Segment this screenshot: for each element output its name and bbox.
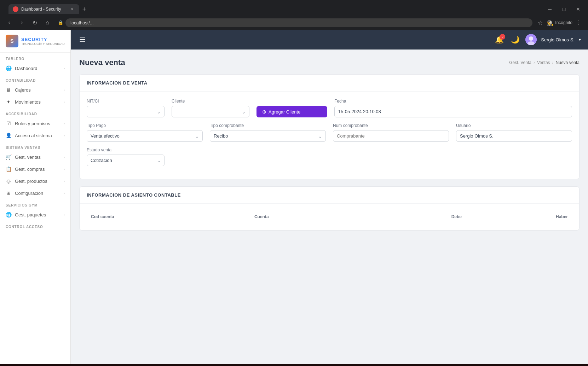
hamburger-menu-button[interactable]: ☰	[78, 34, 87, 45]
window-maximize-button[interactable]: □	[557, 4, 571, 14]
num-comprobante-input[interactable]	[333, 130, 449, 142]
theme-toggle-button[interactable]: 🌙	[509, 34, 521, 45]
sidebar-item-label: Gest. paquetes	[15, 212, 60, 217]
home-button[interactable]: ⌂	[42, 18, 52, 28]
form-row-3: Estado venta Cotizacion Confirmada Anula…	[87, 147, 572, 166]
breadcrumb-nueva-venta: Nueva venta	[556, 60, 580, 65]
asiento-table-header-row: Cod cuenta Cuenta Debe Haber	[87, 211, 572, 223]
tab-favicon	[13, 6, 18, 12]
cliente-select-wrapper	[172, 106, 249, 117]
cliente-select[interactable]	[172, 106, 249, 117]
window-close-button[interactable]: ✕	[571, 4, 585, 14]
roles-icon: ☑	[6, 121, 11, 126]
chevron-right-icon: ›	[64, 213, 65, 217]
forward-button[interactable]: ›	[17, 18, 27, 28]
breadcrumb-gest-venta: Gest. Venta	[509, 60, 531, 65]
tipo-comprobante-select-wrapper: Recibo Factura	[210, 130, 326, 142]
usuario-label: Usuario	[456, 123, 572, 128]
logo-icon: S	[6, 35, 18, 47]
sidebar-item-roles[interactable]: ☑ Roles y permisos ›	[0, 117, 70, 129]
sidebar-item-label: Configuracion	[15, 191, 60, 196]
sidebar-item-gest-ventas[interactable]: 🛒 Gest. ventas ›	[0, 151, 70, 163]
sidebar-item-label: Gest. ventas	[15, 155, 60, 160]
nit-label: NIT/CI	[87, 99, 165, 104]
notification-button[interactable]: 🔔 9	[494, 34, 505, 45]
tab-bar: Dashboard - Security × +	[6, 4, 92, 14]
logo-tagline: TECNOLOGÍA Y SEGURIDAD	[21, 42, 65, 46]
sidebar-item-configuracion[interactable]: ⊞ Configuracion ›	[0, 187, 70, 199]
tipo-pago-select-wrapper: Venta efectivo Venta crédito	[87, 130, 203, 142]
breadcrumb-sep: ›	[534, 60, 535, 65]
usuario-input[interactable]	[456, 130, 572, 142]
nit-group: NIT/CI	[87, 99, 165, 117]
chevron-right-icon: ›	[64, 134, 65, 138]
incognito-icon: 🕵	[547, 19, 554, 26]
incognito-label: 🕵 Incógnito	[547, 19, 572, 26]
tipo-pago-select[interactable]: Venta efectivo Venta crédito	[87, 130, 203, 142]
sidebar-item-dashboard[interactable]: 🌐 Dashboard ›	[0, 62, 70, 74]
browser-extras: ☆ 🕵 Incógnito ⋮	[535, 18, 584, 28]
browser-chrome: Dashboard - Security × + ─ □ ✕ ‹ › ↻ ⌂ 🔒…	[0, 0, 588, 30]
avatar	[525, 34, 537, 45]
active-tab[interactable]: Dashboard - Security ×	[8, 4, 79, 14]
logo-text: SECURITY TECNOLOGÍA Y SEGURIDAD	[21, 37, 65, 46]
estado-venta-select[interactable]: Cotizacion Confirmada Anulada	[87, 155, 165, 166]
tipo-comprobante-select[interactable]: Recibo Factura	[210, 130, 326, 142]
agregar-cliente-button[interactable]: ⊕ Agregar Cliente	[256, 106, 327, 117]
sidebar-item-gest-paquetes[interactable]: 🌐 Gest. paquetes ›	[0, 209, 70, 221]
sidebar-section-gym: SERVICIOS GYM	[0, 199, 70, 209]
asiento-table-head: Cod cuenta Cuenta Debe Haber	[87, 211, 572, 223]
tipo-pago-group: Tipo Pago Venta efectivo Venta crédito	[87, 123, 203, 142]
chevron-right-icon: ›	[64, 66, 65, 70]
tipo-comprobante-label: Tipo comprobante	[210, 123, 326, 128]
fecha-group: Fecha	[334, 99, 572, 117]
user-name: Sergio Olmos S.	[541, 37, 575, 42]
settings-icon: ⊞	[6, 190, 11, 196]
window-minimize-button[interactable]: ─	[543, 4, 557, 14]
cliente-group: Cliente	[172, 99, 249, 117]
new-tab-button[interactable]: +	[79, 4, 89, 14]
bookmark-button[interactable]: ☆	[535, 18, 545, 28]
browser-addressbar: ‹ › ↻ ⌂ 🔒 ☆ 🕵 Incógnito ⋮	[0, 16, 588, 30]
estado-venta-label: Estado venta	[87, 147, 165, 152]
reload-button[interactable]: ↻	[30, 18, 40, 28]
sidebar-item-acceso[interactable]: 👤 Acceso al sistema ›	[0, 129, 70, 141]
sidebar-section-tablero: TABLERO	[0, 53, 70, 62]
venta-info-card: INFORMACION DE VENTA NIT/CI	[79, 74, 580, 179]
sidebar-section-control: CONTROL ACCESO	[0, 221, 70, 230]
sidebar-item-movimientos[interactable]: ✦ Movimientos ›	[0, 96, 70, 108]
back-button[interactable]: ‹	[4, 18, 14, 28]
form-row-1: NIT/CI Cliente	[87, 99, 572, 117]
page-header: Nueva venta Gest. Venta › Ventas › Nueva…	[79, 58, 580, 67]
topnav: ☰ 🔔 9 🌙 Sergio Olmos S. ▾	[71, 30, 588, 50]
chevron-right-icon: ›	[64, 100, 65, 104]
chevron-right-icon: ›	[64, 179, 65, 183]
app-container: S SECURITY TECNOLOGÍA Y SEGURIDAD TABLER…	[0, 30, 588, 364]
fecha-label: Fecha	[334, 99, 572, 104]
address-bar[interactable]	[65, 18, 532, 27]
tab-close-button[interactable]: ×	[69, 6, 75, 12]
fecha-input[interactable]	[334, 106, 572, 117]
page-title: Nueva venta	[79, 58, 125, 67]
logo-name: SECURITY	[21, 37, 65, 42]
sidebar-item-label: Gest. productos	[15, 179, 60, 184]
form-row-2: Tipo Pago Venta efectivo Venta crédito T…	[87, 123, 572, 142]
sidebar-item-label: Roles y permisos	[15, 121, 60, 126]
package-icon: 🌐	[6, 212, 11, 217]
menu-button[interactable]: ⋮	[574, 18, 584, 28]
sidebar-item-label: Acceso al sistema	[15, 133, 60, 138]
browser-titlebar: Dashboard - Security × + ─ □ ✕	[0, 3, 588, 16]
breadcrumb-sep: ›	[552, 60, 554, 65]
sidebar-item-gest-compras[interactable]: 📋 Gest. compras ›	[0, 163, 70, 175]
sidebar-item-gest-productos[interactable]: ◎ Gest. productos ›	[0, 175, 70, 187]
topnav-actions: 🔔 9 🌙 Sergio Olmos S. ▾	[494, 34, 581, 45]
num-comprobante-label: Num comprobante	[333, 123, 449, 128]
breadcrumb-ventas: Ventas	[537, 60, 550, 65]
window-controls: ─ □ ✕	[543, 4, 585, 14]
venta-section-title: INFORMACION DE VENTA	[80, 75, 579, 92]
nit-select[interactable]	[87, 106, 165, 117]
user-dropdown-button[interactable]: ▾	[579, 37, 581, 42]
col-haber: Haber	[466, 211, 572, 223]
cart-icon: 🛒	[6, 154, 11, 160]
sidebar-item-cajeros[interactable]: 🖥 Cajeros ›	[0, 84, 70, 96]
